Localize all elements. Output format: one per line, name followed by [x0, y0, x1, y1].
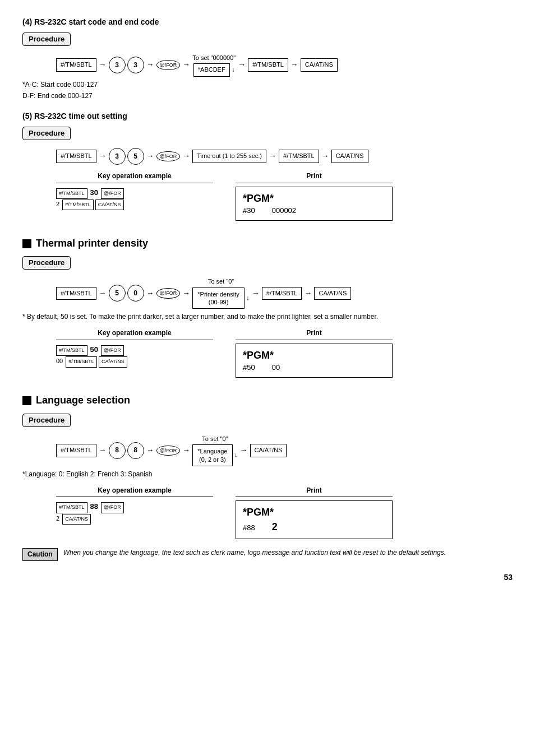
flow-box-caatns-2: CA/AT/NS [331, 150, 368, 163]
language-print-num: #88 [243, 523, 255, 533]
flow-box-language: *Language (0, 2 or 3) [192, 444, 232, 466]
flow-num-8a: 8 [109, 442, 126, 459]
flow-box-printer-density: *Printer density (00-99) [192, 287, 245, 309]
subsection-title-timeout: (5) RS-232C time out setting [22, 111, 513, 122]
thermal-keyop-header: Key operation example [56, 328, 213, 340]
keyop-tmsbtl-th2: #/TM/SBTL [66, 356, 97, 367]
thermal-keyop-visual: #/TM/SBTL 50 @/FOR 00 #/TM/SBTL CA/AT/NS [56, 344, 213, 368]
language-key-op: Key operation example #/TM/SBTL 88 @/FOR… [56, 486, 213, 539]
caution-badge: Caution [22, 548, 58, 561]
arrow-t2: → [146, 151, 154, 162]
thermal-print-num: #50 [243, 363, 255, 373]
arrow-1: → [99, 59, 107, 71]
note-df: D-F: End code 000-127 [22, 91, 513, 101]
flow-box-timeout: Time out (1 to 255 sec.) [192, 150, 266, 163]
flow-num-3a: 3 [109, 57, 126, 73]
down-arrow-thermal: ↓ [246, 294, 250, 303]
caution-section: Caution When you change the language, th… [22, 548, 513, 561]
section-title-thermal: Thermal printer density [22, 236, 513, 251]
timeout-example: Key operation example #/TM/SBTL 30 @/FOR… [56, 171, 513, 221]
keyop-caatns-th1: CA/AT/NS [99, 356, 127, 367]
language-print-pgm: *PGM* [243, 505, 385, 520]
language-keyop-header: Key operation example [56, 486, 213, 498]
arrow-t4: → [269, 151, 276, 162]
flow-num-3b: 3 [127, 57, 144, 73]
thermal-key-op: Key operation example #/TM/SBTL 50 @/FOR… [56, 328, 213, 378]
arrow-t5: → [321, 151, 329, 162]
thermal-print-header: Print [236, 328, 393, 340]
flow-num-5a: 5 [109, 285, 126, 302]
language-print: Print *PGM* #88 2 [236, 486, 393, 539]
flow-num-8b: 8 [127, 442, 144, 459]
arrow-th3: → [182, 288, 190, 299]
keyop-caatns-t1: CA/AT/NS [95, 200, 124, 210]
keyop-for-l1: @/FOR [101, 502, 124, 513]
arrow-l4: → [240, 445, 248, 456]
black-square-language [22, 396, 31, 405]
thermal-print-val: 00 [272, 363, 280, 373]
flow-diagram-timeout: #/TM/SBTL → 3 5 → @/FOR → Time out (1 to… [56, 148, 513, 165]
thermal-print-box: *PGM* #50 00 [236, 344, 393, 378]
arrow-th5: → [304, 288, 312, 299]
arrow-l3: → [182, 445, 190, 456]
arrow-3: → [182, 59, 190, 71]
flow-box-tmsbtl-5: #/TM/SBTL [56, 287, 96, 300]
flow-circle-for-1: @/FOR [156, 60, 181, 71]
box-abcdef-wrap: To set "000000" *ABCDEF ↓ [192, 54, 236, 77]
flow-box-caatns-1: CA/AT/NS [301, 58, 338, 71]
arrow-5: → [290, 59, 298, 71]
timeout-print-num: #30 [243, 206, 255, 216]
flow-num-0: 0 [127, 285, 144, 302]
flow-box-tmsbtl-6: #/TM/SBTL [262, 287, 302, 300]
keyop-caatns-l1: CA/AT/NS [62, 514, 91, 525]
flow-box-tmsbtl-2: #/TM/SBTL [248, 58, 288, 71]
thermal-title-text: Thermal printer density [36, 236, 148, 251]
timeout-keyop-header: Key operation example [56, 171, 213, 183]
procedure-badge-2: Procedure [22, 127, 71, 140]
flow-box-caatns-3: CA/AT/NS [314, 287, 351, 300]
timeout-print-box: *PGM* #30 000002 [236, 187, 393, 221]
flow-box-tmsbtl-3: #/TM/SBTL [56, 150, 96, 163]
language-print-val: 2 [272, 520, 278, 534]
section-rs232c-start-end: (4) RS-232C start code and end code Proc… [22, 17, 513, 101]
note-ac: *A-C: Start code 000-127 [22, 80, 513, 90]
flow-box-tmsbtl-1: #/TM/SBTL [56, 58, 96, 71]
flow-num-5: 5 [127, 148, 144, 165]
flow-diagram-thermal: #/TM/SBTL → 5 0 → @/FOR → To set "0" *Pr… [56, 277, 513, 309]
arrow-t3: → [182, 151, 190, 162]
flow-diagram-rs232c-start: #/TM/SBTL → 3 3 → @/FOR → To set "000000… [56, 54, 513, 77]
flow-box-tmsbtl-7: #/TM/SBTL [56, 444, 96, 457]
keyop-tmsbtl-t2: #/TM/SBTL [62, 200, 94, 210]
caution-text: When you change the language, the text s… [63, 548, 446, 558]
timeout-print-pgm: *PGM* [243, 192, 385, 206]
keyop-num-2l: 2 [56, 515, 59, 522]
timeout-print-val: 000002 [272, 206, 296, 216]
keyop-num-50: 50 [90, 345, 98, 354]
thermal-example: Key operation example #/TM/SBTL 50 @/FOR… [56, 328, 513, 378]
arrow-t1: → [99, 151, 107, 162]
language-title-text: Language selection [36, 393, 130, 407]
timeout-print: Print *PGM* #30 000002 [236, 171, 393, 221]
timeout-key-op: Key operation example #/TM/SBTL 30 @/FOR… [56, 171, 213, 221]
section-thermal: Thermal printer density Procedure #/TM/S… [22, 236, 513, 378]
procedure-badge-4: Procedure [22, 414, 71, 427]
box-printer-density-wrap: To set "0" *Printer density (00-99) ↓ [192, 277, 250, 309]
language-note: *Language: 0: English 2: French 3: Spani… [22, 470, 513, 479]
flow-diagram-language: #/TM/SBTL → 8 8 → @/FOR → To set "0" *La… [56, 435, 513, 466]
keyop-tmsbtl-l1: #/TM/SBTL [56, 502, 87, 513]
arrow-l1: → [99, 445, 107, 456]
language-example: Key operation example #/TM/SBTL 88 @/FOR… [56, 486, 513, 539]
timeout-print-header: Print [236, 171, 393, 183]
arrow-2: → [146, 59, 154, 71]
subsection-title-rs232c: (4) RS-232C start code and end code [22, 17, 513, 28]
keyop-num-88: 88 [90, 502, 98, 511]
section-title-language: Language selection [22, 393, 513, 407]
down-arrow-lang: ↓ [234, 451, 238, 460]
flow-circle-for-3: @/FOR [156, 288, 181, 299]
black-square-thermal [22, 239, 31, 248]
set-label-language: To set "0" [202, 435, 228, 443]
keyop-num-00: 00 [56, 358, 63, 364]
language-keyop-visual: #/TM/SBTL 88 @/FOR 2 CA/AT/NS [56, 500, 213, 525]
keyop-for-th1: @/FOR [101, 345, 124, 356]
set-label-rs232c: To set "000000" [192, 54, 236, 62]
